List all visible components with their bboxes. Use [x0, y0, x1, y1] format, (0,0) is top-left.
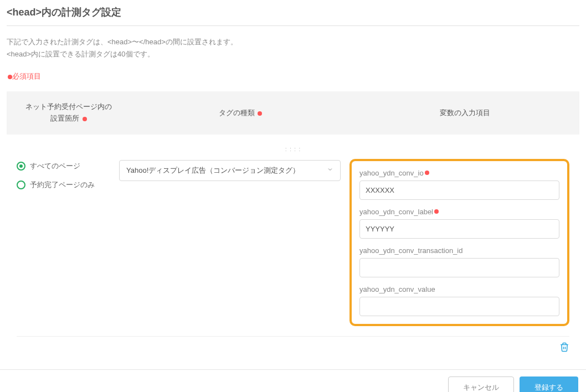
- submit-button[interactable]: 登録する: [520, 376, 578, 392]
- tag-row-panel: : : : : すべてのページ 予約完了ページのみ Yahoo!ディスプレイ広告…: [7, 142, 579, 363]
- cancel-button[interactable]: キャンセル: [448, 376, 514, 392]
- input-conv-io[interactable]: [359, 180, 559, 200]
- page-title: <head>内の計測タグ設定: [7, 0, 579, 25]
- chevron-down-icon: [327, 166, 333, 174]
- header-tag-type: タグの種類: [124, 108, 357, 118]
- input-transaction-id[interactable]: [359, 258, 559, 277]
- radio-label: すべてのページ: [30, 161, 80, 171]
- required-dot-icon: [425, 171, 429, 175]
- field-label-conv-value: yahoo_ydn_conv_value: [359, 285, 559, 293]
- tag-type-select[interactable]: Yahoo!ディスプレイ広告（コンバージョン測定タグ）: [119, 160, 341, 181]
- description-line-2: <head>内に設置できる計測タグは40個です。: [7, 48, 579, 60]
- required-dot-icon: [258, 111, 262, 116]
- radio-icon: [17, 180, 25, 189]
- radio-label: 予約完了ページのみ: [30, 180, 95, 190]
- required-dot-icon: [8, 75, 12, 79]
- field-label-transaction-id: yahoo_ydn_conv_transaction_id: [359, 246, 559, 255]
- description-line-1: 下記で入力された計測タグは、<head>〜</head>の間に設置されます。: [7, 36, 579, 48]
- required-dot-icon: [83, 117, 87, 121]
- radio-completion-page-only[interactable]: 予約完了ページのみ: [17, 180, 119, 190]
- radio-all-pages[interactable]: すべてのページ: [17, 161, 119, 171]
- page-description: 下記で入力された計測タグは、<head>〜</head>の間に設置されます。 <…: [7, 36, 579, 60]
- delete-row-button[interactable]: [559, 342, 569, 354]
- field-label-conv-io: yahoo_ydn_conv_io: [359, 169, 559, 177]
- radio-icon: [17, 162, 25, 171]
- field-label-conv-label: yahoo_ydn_conv_label: [359, 208, 559, 216]
- header-variables: 変数の入力項目: [357, 108, 573, 118]
- required-dot-icon: [434, 209, 439, 214]
- drag-handle[interactable]: : : : :: [17, 142, 569, 159]
- select-value: Yahoo!ディスプレイ広告（コンバージョン測定タグ）: [126, 166, 300, 176]
- footer-actions: キャンセル 登録する: [0, 369, 586, 392]
- trash-icon: [559, 342, 569, 352]
- variables-highlight-box: yahoo_ydn_conv_io yahoo_ydn_conv_label y…: [349, 159, 569, 326]
- required-fields-note: 必須項目: [7, 71, 579, 81]
- input-conv-label[interactable]: [359, 219, 559, 239]
- page-scope-radio-group: すべてのページ 予約完了ページのみ: [17, 159, 119, 199]
- header-location: ネット予約受付ページ内の 設置箇所: [13, 101, 124, 125]
- table-header: ネット予約受付ページ内の 設置箇所 タグの種類 変数の入力項目: [7, 91, 579, 135]
- input-conv-value[interactable]: [359, 297, 559, 316]
